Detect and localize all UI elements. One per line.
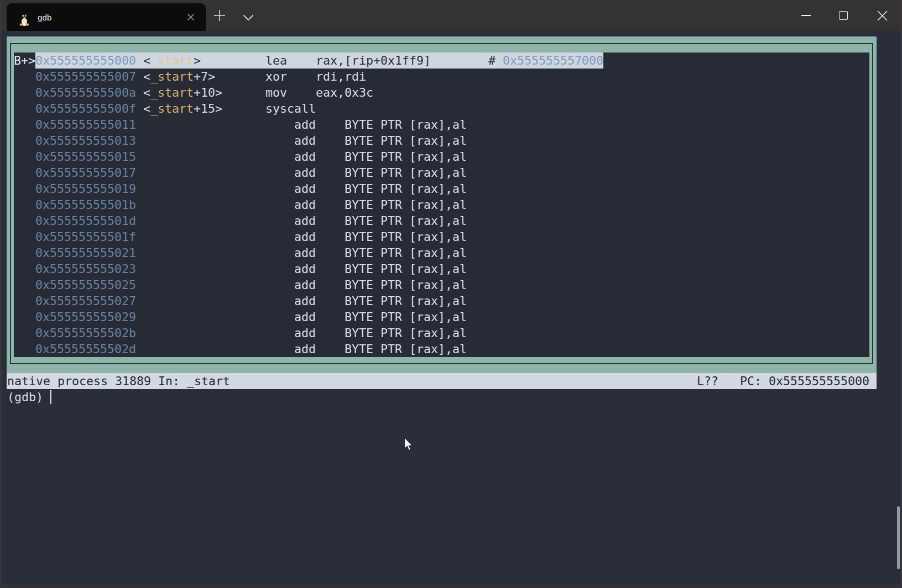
asm-row-current: B+> 0x555555555000 <_start> lea rax,[rip… [7, 53, 877, 69]
asm-row: 0x55555555500a <_start+10> mov eax,0x3c [7, 85, 877, 101]
gdb-status-bar: native process 31889 In: _start L?? PC: … [7, 373, 877, 389]
close-button[interactable] [864, 0, 901, 31]
asm-row: 0x555555555025 add BYTE PTR [rax],al [7, 277, 877, 293]
asm-row: 0x55555555501f add BYTE PTR [rax],al [7, 229, 877, 245]
gdb-prompt-row[interactable]: (gdb) [7, 389, 877, 405]
window-frame-left [0, 0, 2, 588]
status-line-indicator: L?? [697, 373, 718, 389]
tux-penguin-icon [18, 12, 30, 27]
minimize-button[interactable] [788, 0, 825, 31]
asm-row: 0x55555555501b add BYTE PTR [rax],al [7, 197, 877, 213]
chevron-down-icon [243, 14, 254, 21]
asm-listing: B+> 0x555555555000 <_start> lea rax,[rip… [7, 53, 877, 357]
asm-row: 0x555555555019 add BYTE PTR [rax],al [7, 181, 877, 197]
scrollbar-thumb[interactable] [897, 506, 900, 569]
tab-gdb[interactable]: gdb [7, 3, 206, 31]
new-tab-button[interactable] [207, 4, 232, 27]
asm-row: 0x555555555015 add BYTE PTR [rax],al [7, 149, 877, 165]
text-cursor [50, 390, 51, 404]
maximize-button[interactable] [826, 0, 862, 31]
asm-row: 0x555555555027 add BYTE PTR [rax],al [7, 293, 877, 309]
gdb-prompt: (gdb) [7, 389, 43, 405]
terminal-window: gdb [0, 0, 902, 588]
tab-close-icon[interactable] [187, 13, 195, 21]
breakpoint-marker: B+> [14, 53, 35, 69]
asm-row: 0x55555555501d add BYTE PTR [rax],al [7, 213, 877, 229]
asm-row: 0x55555555502d add BYTE PTR [rax],al [7, 341, 877, 357]
status-pc: PC: 0x555555555000 [740, 373, 869, 389]
plus-icon [213, 9, 226, 22]
asm-row: 0x55555555500f <_start+15> syscall [7, 101, 877, 117]
asm-row: 0x555555555023 add BYTE PTR [rax],al [7, 261, 877, 277]
asm-row: 0x555555555011 add BYTE PTR [rax],al [7, 117, 877, 133]
asm-row: 0x55555555502b add BYTE PTR [rax],al [7, 325, 877, 341]
window-frame-bottom [0, 584, 902, 588]
terminal-screen[interactable]: B+> 0x555555555000 <_start> lea rax,[rip… [2, 31, 900, 584]
mouse-cursor [404, 437, 413, 452]
titlebar[interactable]: gdb [0, 0, 902, 31]
tab-title: gdb [38, 3, 52, 31]
asm-row: 0x555555555029 add BYTE PTR [rax],al [7, 309, 877, 325]
asm-row: 0x555555555007 <_start+7> xor rdi,rdi [7, 69, 877, 85]
minimize-icon [801, 15, 811, 16]
tab-dropdown-button[interactable] [236, 4, 260, 27]
close-icon [877, 11, 888, 21]
maximize-icon [839, 11, 848, 20]
asm-row: 0x555555555017 add BYTE PTR [rax],al [7, 165, 877, 181]
status-process-info: native process 31889 In: _start [7, 373, 230, 389]
asm-row: 0x555555555013 add BYTE PTR [rax],al [7, 133, 877, 149]
asm-row: 0x555555555021 add BYTE PTR [rax],al [7, 245, 877, 261]
